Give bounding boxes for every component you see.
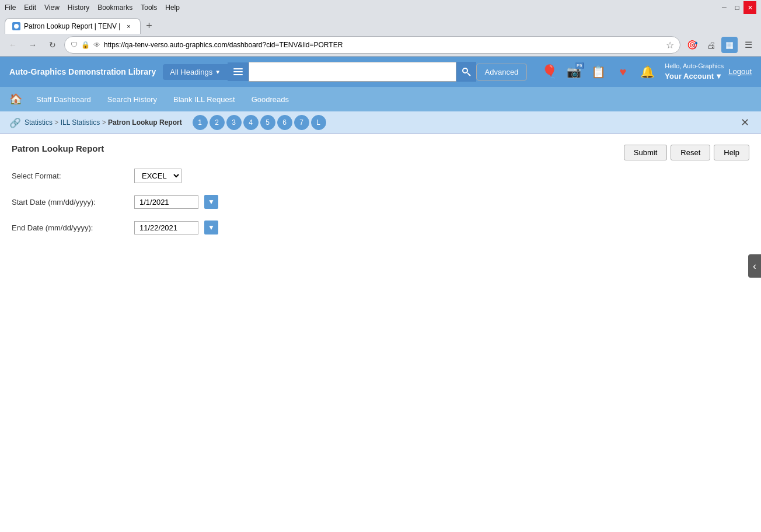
page-3-button[interactable]: 3	[226, 115, 242, 130]
tab-close-button[interactable]: ×	[124, 22, 133, 31]
format-label: Select Format:	[12, 172, 128, 180]
f9-badge-label: F9	[575, 62, 584, 69]
breadcrumb-bar: 🔗 Statistics > ILL Statistics > Patron L…	[0, 111, 761, 134]
browser-tab[interactable]: Patron Lookup Report | TENV | ×	[5, 18, 141, 34]
page-6-button[interactable]: 6	[277, 115, 292, 130]
refresh-button[interactable]: ↻	[44, 37, 61, 53]
end-date-row: End Date (mm/dd/yyyy): ▼	[12, 220, 749, 235]
search-history-link[interactable]: Search History	[99, 89, 165, 110]
blank-ill-request-link[interactable]: Blank ILL Request	[165, 89, 243, 110]
window-close-button[interactable]: ✕	[743, 1, 756, 14]
page-1-button[interactable]: 1	[193, 115, 208, 130]
home-icon: 🏠	[9, 93, 22, 105]
breadcrumb: Statistics > ILL Statistics > Patron Loo…	[25, 118, 182, 127]
account-arrow-icon: ▼	[715, 71, 722, 82]
menu-history[interactable]: History	[68, 4, 89, 12]
format-row: Select Format: EXCEL PDF CSV	[12, 169, 749, 183]
list-icon: 📋	[591, 65, 606, 79]
start-date-label: Start Date (mm/dd/yyyy):	[12, 198, 128, 206]
camera-icon: 📷	[567, 65, 581, 79]
heading-dropdown-label: All Headings	[170, 68, 212, 76]
lock-icon: 🔒	[81, 41, 90, 49]
url-input[interactable]	[104, 41, 662, 49]
balloon-icon-button[interactable]: 🎈	[539, 61, 560, 82]
database-icon-button[interactable]	[228, 62, 249, 81]
pagination: 1 2 3 4 5 6 7 L	[193, 115, 326, 130]
page-5-button[interactable]: 5	[260, 115, 275, 130]
svg-line-2	[467, 73, 470, 76]
security-icon: 🛡	[71, 41, 78, 49]
menu-button[interactable]: ☰	[740, 37, 756, 53]
eye-icon: 👁	[93, 41, 100, 49]
start-date-calendar-button[interactable]: ▼	[204, 195, 218, 209]
tab-title: Patron Lookup Report | TENV |	[24, 22, 120, 30]
print-button[interactable]: 🖨	[703, 37, 719, 53]
breadcrumb-current: Patron Lookup Report	[108, 118, 182, 127]
breadcrumb-ill-statistics-link[interactable]: ILL Statistics	[61, 118, 100, 127]
start-date-input[interactable]	[134, 195, 198, 209]
balloon-icon: 🎈	[542, 64, 557, 79]
pocket-button[interactable]: 🎯	[684, 37, 700, 53]
page-2-button[interactable]: 2	[210, 115, 225, 130]
svg-point-1	[463, 68, 467, 73]
main-content: Patron Lookup Report Submit Reset Help S…	[0, 134, 761, 261]
camera-icon-button[interactable]: 📷 F9	[563, 61, 584, 82]
reset-button[interactable]: Reset	[671, 145, 710, 160]
menu-edit[interactable]: Edit	[24, 4, 36, 12]
search-go-button[interactable]	[456, 62, 476, 82]
menu-help[interactable]: Help	[165, 4, 180, 12]
app-nav: 🏠 Staff Dashboard Search History Blank I…	[0, 87, 761, 111]
dropdown-arrow-icon: ▼	[215, 69, 221, 75]
menu-bookmarks[interactable]: Bookmarks	[97, 4, 132, 12]
app-title: Auto-Graphics Demonstration Library	[9, 67, 156, 76]
list-icon-button[interactable]: 📋	[588, 61, 609, 82]
new-tab-button[interactable]: +	[141, 18, 157, 34]
svg-point-0	[14, 24, 19, 29]
menu-file[interactable]: File	[5, 4, 16, 12]
bell-icon: 🔔	[640, 65, 655, 79]
notifications-button[interactable]: 🔔	[637, 61, 658, 82]
window-minimize-button[interactable]: ─	[718, 1, 731, 14]
user-hello-text: Hello, Auto-Graphics	[665, 62, 724, 71]
calendar-icon: ▼	[208, 198, 215, 206]
page-title: Patron Lookup Report	[12, 144, 104, 153]
close-breadcrumb-button[interactable]: ✕	[738, 116, 752, 130]
side-collapse-button[interactable]: ‹	[748, 254, 761, 261]
submit-button[interactable]: Submit	[624, 145, 667, 160]
goodreads-link[interactable]: Goodreads	[243, 89, 297, 110]
account-dropdown-button[interactable]: Your Account ▼	[665, 71, 724, 82]
tab-favicon	[12, 22, 20, 30]
chevron-left-icon: ‹	[753, 260, 756, 262]
heading-dropdown-button[interactable]: All Headings ▼	[163, 64, 228, 80]
page-l-button[interactable]: L	[311, 115, 326, 130]
page-7-button[interactable]: 7	[294, 115, 309, 130]
end-date-label: End Date (mm/dd/yyyy):	[12, 223, 128, 232]
back-button[interactable]: ←	[5, 37, 21, 53]
help-button[interactable]: Help	[714, 145, 749, 160]
advanced-search-button[interactable]: Advanced	[476, 64, 528, 80]
search-bar: All Headings ▼ Advanced	[163, 62, 527, 82]
address-bar: 🛡 🔒 👁 ☆	[64, 36, 680, 54]
home-nav-button[interactable]: 🏠	[9, 87, 28, 111]
end-date-calendar-button[interactable]: ▼	[204, 220, 218, 235]
search-input[interactable]	[249, 62, 456, 82]
calendar-icon-end: ▼	[208, 223, 215, 232]
breadcrumb-statistics-link[interactable]: Statistics	[25, 118, 53, 127]
breadcrumb-icon: 🔗	[9, 117, 21, 128]
heart-icon: ♥	[619, 65, 626, 79]
forward-button[interactable]: →	[25, 37, 41, 53]
format-select[interactable]: EXCEL PDF CSV	[134, 169, 181, 183]
page-4-button[interactable]: 4	[243, 115, 259, 130]
staff-dashboard-link[interactable]: Staff Dashboard	[28, 89, 99, 110]
extensions-button[interactable]: ▦	[721, 37, 738, 53]
report-form: Select Format: EXCEL PDF CSV Start Date …	[12, 163, 749, 252]
start-date-row: Start Date (mm/dd/yyyy): ▼	[12, 195, 749, 209]
menu-tools[interactable]: Tools	[141, 4, 157, 12]
logout-button[interactable]: Logout	[728, 67, 752, 76]
end-date-input[interactable]	[134, 221, 198, 235]
menu-view[interactable]: View	[44, 4, 60, 12]
user-area: Hello, Auto-Graphics Your Account ▼ Logo…	[665, 62, 752, 82]
bookmark-star-button[interactable]: ☆	[666, 40, 674, 51]
window-maximize-button[interactable]: □	[731, 1, 743, 14]
favorites-button[interactable]: ♥	[612, 61, 633, 82]
